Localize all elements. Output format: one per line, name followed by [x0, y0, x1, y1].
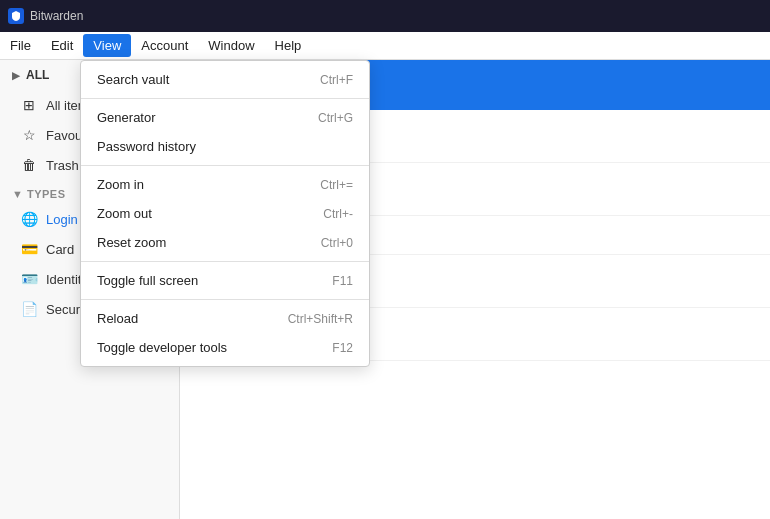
generator-label: Generator	[97, 110, 156, 125]
menu-generator[interactable]: Generator Ctrl+G	[81, 103, 369, 132]
toggle-fullscreen-label: Toggle full screen	[97, 273, 198, 288]
menu-account[interactable]: Account	[131, 34, 198, 57]
card-icon: 💳	[20, 241, 38, 257]
reload-shortcut: Ctrl+Shift+R	[288, 312, 353, 326]
divider-2	[81, 165, 369, 166]
all-chevron-icon: ▶	[12, 70, 20, 81]
generator-shortcut: Ctrl+G	[318, 111, 353, 125]
menu-reset-zoom[interactable]: Reset zoom Ctrl+0	[81, 228, 369, 257]
search-vault-label: Search vault	[97, 72, 169, 87]
menu-password-history[interactable]: Password history	[81, 132, 369, 161]
menu-help[interactable]: Help	[265, 34, 312, 57]
divider-4	[81, 299, 369, 300]
login-label: Login	[46, 212, 78, 227]
search-vault-shortcut: Ctrl+F	[320, 73, 353, 87]
zoom-in-shortcut: Ctrl+=	[320, 178, 353, 192]
all-label: ALL	[26, 68, 49, 82]
trash-icon: 🗑	[20, 157, 38, 173]
reset-zoom-shortcut: Ctrl+0	[321, 236, 353, 250]
menu-zoom-in[interactable]: Zoom in Ctrl+=	[81, 170, 369, 199]
divider-1	[81, 98, 369, 99]
view-dropdown-menu: Search vault Ctrl+F Generator Ctrl+G Pas…	[80, 60, 370, 367]
zoom-out-label: Zoom out	[97, 206, 152, 221]
reload-label: Reload	[97, 311, 138, 326]
toggle-devtools-label: Toggle developer tools	[97, 340, 227, 355]
trash-label: Trash	[46, 158, 79, 173]
card-label: Card	[46, 242, 74, 257]
app-title: Bitwarden	[30, 9, 83, 23]
menu-edit[interactable]: Edit	[41, 34, 83, 57]
zoom-out-shortcut: Ctrl+-	[323, 207, 353, 221]
menu-zoom-out[interactable]: Zoom out Ctrl+-	[81, 199, 369, 228]
menu-bar: File Edit View Account Window Help	[0, 32, 770, 60]
menu-search-vault[interactable]: Search vault Ctrl+F	[81, 65, 369, 94]
login-icon: 🌐	[20, 211, 38, 227]
menu-reload[interactable]: Reload Ctrl+Shift+R	[81, 304, 369, 333]
identity-icon: 🪪	[20, 271, 38, 287]
menu-file[interactable]: File	[0, 34, 41, 57]
toggle-fullscreen-shortcut: F11	[332, 274, 353, 288]
all-items-icon: ⊞	[20, 97, 38, 113]
menu-view[interactable]: View	[83, 34, 131, 57]
password-history-label: Password history	[97, 139, 196, 154]
menu-toggle-devtools[interactable]: Toggle developer tools F12	[81, 333, 369, 362]
secure-note-icon: 📄	[20, 301, 38, 317]
favourites-icon: ☆	[20, 127, 38, 143]
types-chevron-icon: ▼	[12, 188, 27, 200]
divider-3	[81, 261, 369, 262]
app-icon	[8, 8, 24, 24]
title-bar: Bitwarden	[0, 0, 770, 32]
menu-toggle-fullscreen[interactable]: Toggle full screen F11	[81, 266, 369, 295]
menu-window[interactable]: Window	[198, 34, 264, 57]
zoom-in-label: Zoom in	[97, 177, 144, 192]
toggle-devtools-shortcut: F12	[332, 341, 353, 355]
reset-zoom-label: Reset zoom	[97, 235, 166, 250]
